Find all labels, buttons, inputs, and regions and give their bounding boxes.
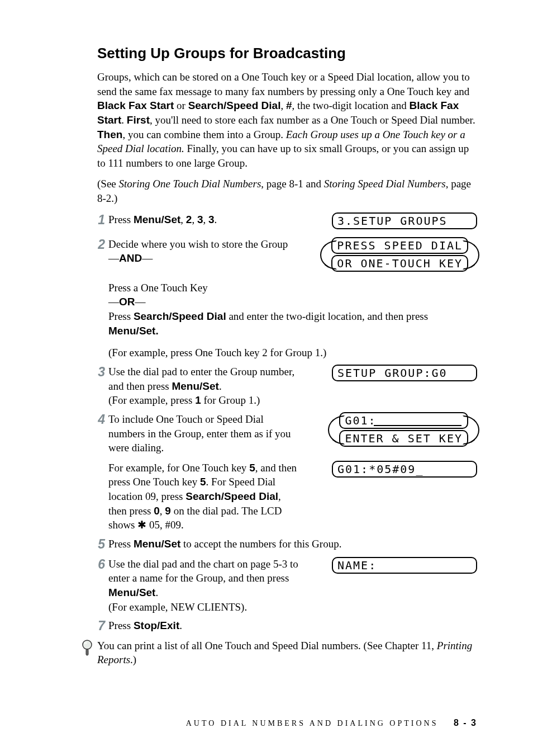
text: You can print a list of all One Touch an…: [97, 640, 437, 651]
text: Press: [108, 214, 134, 225]
text-bold: 5: [249, 462, 255, 474]
see-reference: (See Storing One Touch Dial Numbers, pag…: [97, 177, 477, 205]
step-4: 4 To include One Touch or Speed Dial num…: [89, 412, 477, 455]
text-bold: #: [286, 100, 292, 111]
lcd-display: ENTER & SET KEY: [339, 430, 468, 447]
step-number: 3: [89, 365, 108, 380]
text: ,: [180, 214, 186, 225]
star-icon: ✱: [137, 519, 146, 531]
step-4-continued: For example, for One Touch key 5, and th…: [89, 461, 477, 532]
text: .: [215, 214, 217, 225]
step-text: For example, for One Touch key 5, and th…: [108, 461, 304, 532]
note-icon: [80, 639, 97, 659]
step-7: 7 Press Stop/Exit.: [89, 618, 477, 634]
text: or: [174, 100, 188, 111]
text: to accept the numbers for this Group.: [180, 538, 341, 550]
step-text: Press Stop/Exit.: [108, 618, 477, 633]
footer-section: AUTO DIAL NUMBERS AND DIALING OPTIONS: [186, 719, 439, 727]
step-2: 2 Decide where you wish to store the Gro…: [89, 237, 477, 273]
text: .: [155, 587, 158, 598]
text: 05, #09.: [146, 519, 184, 531]
svg-point-1: [84, 642, 87, 644]
step-text: Press Menu/Set to accept the numbers for…: [108, 537, 477, 551]
text-bold: Menu/Set: [134, 214, 180, 225]
lcd-display: NAME:: [332, 557, 477, 574]
text: ,: [203, 214, 208, 225]
text: (For example, press: [108, 394, 195, 406]
lcd-display: G01:: [339, 412, 468, 429]
text: , you can combine them into a Group.: [122, 129, 285, 140]
lcd-column: PRESS SPEED DIAL OR ONE-TOUCH KEY: [322, 237, 477, 273]
text: (For example, NEW CLIENTS).: [108, 601, 247, 613]
step-6: 6 Use the dial pad and the chart on page…: [89, 557, 477, 615]
lcd-scroll-group: PRESS SPEED DIAL OR ONE-TOUCH KEY: [322, 237, 477, 273]
text-bold: Search/Speed Dial: [134, 310, 226, 322]
step-number: 1: [89, 212, 108, 228]
text: .: [179, 620, 182, 631]
step-number: 5: [89, 537, 108, 552]
note-text: You can print a list of all One Touch an…: [97, 639, 477, 667]
text-bold: 3: [208, 214, 215, 225]
text-bold: First: [127, 114, 150, 126]
page-number: 8 - 3: [454, 718, 477, 727]
intro-paragraph: Groups, which can be stored on a One Tou…: [97, 70, 477, 170]
text-italic: Storing Speed Dial Numbers: [324, 178, 446, 190]
text: Decide where you wish to store the Group: [108, 238, 288, 250]
text-bold: 1: [195, 394, 201, 406]
text: and enter the two-digit location, and th…: [226, 310, 428, 322]
step-text: Use the dial pad to enter the Group numb…: [108, 365, 304, 408]
text-bold: 3: [197, 214, 203, 225]
step-text: To include One Touch or Speed Dial numbe…: [108, 412, 304, 455]
text-bold: 0: [154, 505, 160, 517]
text: .): [130, 654, 136, 665]
text-bold: Stop/Exit: [134, 620, 179, 631]
lcd-display: SETUP GROUP:G0: [332, 365, 477, 381]
lcd-display: PRESS SPEED DIAL: [331, 237, 468, 254]
section-heading: Setting Up Groups for Broadcasting: [97, 45, 477, 62]
step-text: Decide where you wish to store the Group…: [108, 237, 304, 266]
svg-rect-2: [86, 649, 88, 655]
step-text: Press a One Touch Key —OR— Press Search/…: [108, 281, 477, 360]
text: Press a One Touch Key: [108, 282, 208, 294]
text: ,: [160, 505, 165, 517]
text-bold: Then: [97, 129, 122, 140]
text-bold: Search/Speed Dial: [185, 490, 278, 502]
text: For example, for One Touch key: [108, 462, 249, 474]
text: Press: [108, 620, 134, 631]
text-bold: Black Fax Start: [97, 100, 174, 111]
text: , page 8-1 and: [261, 178, 323, 190]
text: , you'll need to store each fax number a…: [150, 114, 475, 126]
text: (See: [97, 178, 119, 190]
text-bold: Menu/Set.: [108, 325, 159, 337]
step-1: 1 Press Menu/Set, 2, 3, 3. 3.SETUP GROUP…: [89, 212, 477, 233]
text-bold: Menu/Set: [134, 538, 180, 550]
text-bold: 5: [200, 476, 206, 488]
step-text: Use the dial pad and the chart on page 5…: [108, 557, 304, 615]
lcd-display: OR ONE-TOUCH KEY: [331, 255, 468, 272]
step-text: Press Menu/Set, 2, 3, 3.: [108, 212, 304, 227]
text: .: [219, 380, 222, 392]
lcd-column: 3.SETUP GROUPS: [332, 212, 477, 233]
text-italic: Storing One Touch Dial Numbers: [119, 178, 261, 190]
lcd-column: G01:*05#09_: [332, 461, 477, 481]
step-2-continued: Press a One Touch Key —OR— Press Search/…: [89, 281, 477, 360]
text: for Group 1.): [201, 394, 260, 406]
text-bold: AND: [119, 252, 142, 264]
lcd-scroll-group: G01: ENTER & SET KEY: [330, 412, 477, 448]
text-bold: Menu/Set: [172, 380, 218, 392]
lcd-column: NAME:: [332, 557, 477, 577]
step-number: 4: [89, 412, 108, 428]
lcd-column: G01: ENTER & SET KEY: [330, 412, 477, 448]
text: Press: [108, 538, 134, 550]
text-bold: OR: [119, 296, 135, 308]
text: Use the dial pad and the chart on page 5…: [108, 558, 298, 584]
text-bold: 9: [165, 505, 171, 517]
text: (For example, press One Touch key 2 for …: [108, 347, 326, 358]
lcd-column: SETUP GROUP:G0: [332, 365, 477, 385]
svg-point-0: [83, 640, 92, 649]
step-number: 7: [89, 618, 108, 634]
page-footer: AUTO DIAL NUMBERS AND DIALING OPTIONS 8 …: [0, 718, 533, 728]
text: Groups, which can be stored on a One Tou…: [97, 71, 470, 97]
text-bold: 2: [186, 214, 192, 225]
lcd-display: 3.SETUP GROUPS: [332, 212, 477, 229]
